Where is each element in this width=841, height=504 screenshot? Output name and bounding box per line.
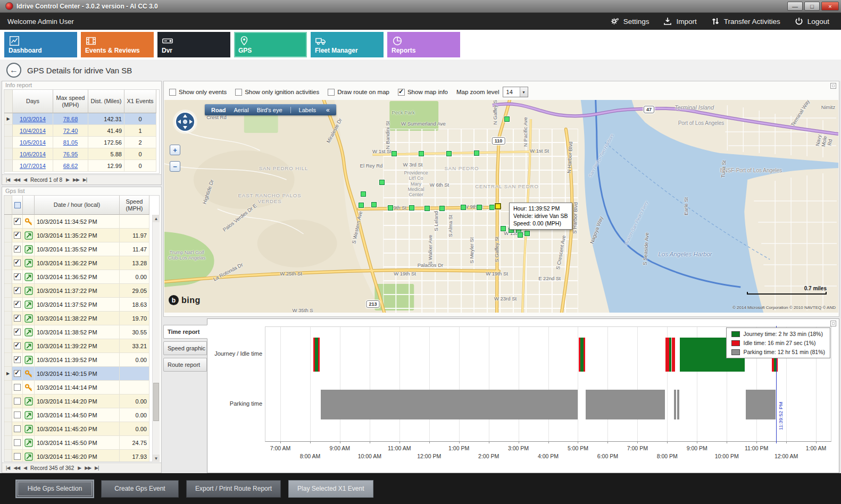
gps-marker[interactable] [504,116,510,122]
create-gps-event-button[interactable]: Create Gps Event [101,480,179,498]
export-print-route-report-button[interactable]: Export / Print Route Report [186,480,281,498]
report-tab-route-report[interactable]: Route report [163,358,207,372]
gps-date-header[interactable]: Date / hour (local) [35,196,120,215]
map-zoom-select[interactable]: 14 ▼ [503,87,528,97]
gps-row-checkbox[interactable] [12,353,23,367]
map-style-road[interactable]: Road [211,107,226,113]
scroll-down-icon[interactable]: ▼ [153,455,160,462]
gps-row-checkbox[interactable] [12,367,23,381]
checkbox-draw-route-on-map[interactable]: Draw route on map [328,89,389,96]
gps-marker[interactable] [424,206,430,211]
expand-map-panel-icon[interactable] [830,83,836,89]
gps-datetime-cell[interactable]: 10/3/2014 11:39:22 PM [35,339,120,353]
gps-marker[interactable] [446,151,452,156]
gps-row-checkbox[interactable] [12,450,23,462]
gps-datetime-cell[interactable]: 10/3/2014 11:39:52 PM [35,353,120,367]
info-column-header[interactable]: Dist. (Miles) [88,90,124,113]
info-max-speed-link[interactable]: 78.68 [53,113,88,125]
gps-marker[interactable] [419,151,424,156]
gps-row-checkbox[interactable] [12,229,23,242]
tab-dvr[interactable]: Dvr [157,32,230,57]
expand-chart-panel-icon[interactable] [830,321,836,326]
fast-next-icon[interactable]: ▶▶ [73,177,79,182]
gps-marker[interactable] [518,232,523,238]
gps-marker[interactable] [501,226,506,231]
info-column-header[interactable]: X1 Events [124,90,156,113]
fast-prev-icon[interactable]: ◀◀ [13,177,20,182]
gps-datetime-cell[interactable]: 10/3/2014 11:36:52 PM [35,270,120,284]
gps-datetime-cell[interactable]: 10/3/2014 11:44:50 PM [35,408,120,422]
map-canvas[interactable]: Crest RdPeck ParkW Summerland AveMirales… [164,100,838,313]
checkbox-show-map-info[interactable]: Show map info [398,89,448,96]
close-button[interactable]: × [821,2,839,11]
map-style-labels[interactable]: Labels [299,107,316,113]
next-page-icon[interactable]: ▶ [66,177,69,182]
map-zoom-out-button[interactable]: − [170,161,180,172]
info-column-header[interactable]: Days [13,90,53,113]
gps-datetime-cell[interactable]: 10/3/2014 11:46:20 PM [35,450,120,462]
gps-row-checkbox[interactable] [12,325,23,339]
gps-row-checkbox[interactable] [12,242,23,256]
last-page-icon[interactable]: ▶| [95,465,98,471]
gps-row-checkbox[interactable] [12,312,23,325]
fast-next-icon[interactable]: ▶▶ [85,465,91,471]
gps-speed-header[interactable]: Speed (MPH) [120,196,149,215]
gps-row-checkbox[interactable] [12,215,23,229]
gps-marker[interactable] [524,231,530,236]
info-days-link[interactable]: 10/6/2014 [13,148,53,160]
gps-marker[interactable] [477,205,482,210]
gps-marker[interactable] [489,205,495,210]
tab-events[interactable]: Events & Reviews [81,32,154,57]
gps-row-checkbox[interactable] [12,394,23,408]
info-max-speed-link[interactable]: 68.62 [53,160,88,172]
selected-gps-marker[interactable] [495,203,501,209]
gps-row-checkbox[interactable] [12,270,23,284]
gps-datetime-cell[interactable]: 10/3/2014 11:37:52 PM [35,298,120,312]
play-selected-x1-event-button[interactable]: Play Selected X1 Event [288,480,373,498]
gps-row-checkbox[interactable] [12,436,23,450]
gps-marker[interactable] [359,203,364,208]
tab-gps[interactable]: GPS [234,32,307,57]
menu-settings[interactable]: Settings [605,14,655,28]
gps-marker[interactable] [371,202,377,207]
tab-fleet[interactable]: Fleet Manager [311,32,384,57]
gps-row-checkbox[interactable] [12,339,23,353]
next-page-icon[interactable]: ▶ [78,465,81,471]
report-tab-speed-graphic[interactable]: Speed graphic [163,341,207,355]
gps-datetime-cell[interactable]: 10/3/2014 11:38:52 PM [35,325,120,339]
menu-import[interactable]: Import [657,14,702,28]
report-tab-time-report[interactable]: Time report [163,325,207,339]
prev-page-icon[interactable]: ◀ [23,465,27,471]
gps-marker[interactable] [439,206,445,211]
info-days-link[interactable]: 10/4/2014 [13,125,53,137]
prev-page-icon[interactable]: ◀ [23,177,27,182]
menu-transfer[interactable]: Transfer Activities [705,14,786,28]
info-days-link[interactable]: 10/5/2014 [13,137,53,148]
gps-row-checkbox[interactable] [12,422,23,436]
checkbox-show-only-ignition-activities[interactable]: Show only ignition activities [235,89,319,96]
map-zoom-in-button[interactable]: + [170,145,180,155]
gps-marker[interactable] [392,151,397,156]
gps-datetime-cell[interactable]: 10/3/2014 11:44:20 PM [35,394,120,408]
gps-marker[interactable] [379,180,385,185]
collapse-nav-icon[interactable]: « [326,106,330,114]
minimize-button[interactable]: — [787,2,803,11]
tab-reports[interactable]: Reports [387,32,460,57]
info-max-speed-link[interactable]: 81.05 [53,137,88,148]
gps-row-checkbox[interactable] [12,256,23,270]
scroll-up-icon[interactable]: ▲ [153,215,160,222]
info-days-link[interactable]: 10/7/2014 [13,160,53,172]
map-style-aerial[interactable]: Aerial [234,107,249,113]
hide-gps-selection-button[interactable]: Hide Gps Selection [16,480,94,498]
gps-row-checkbox[interactable] [12,298,23,312]
gps-marker[interactable] [361,191,366,197]
gps-datetime-cell[interactable]: 10/3/2014 11:36:22 PM [35,256,120,270]
gps-marker[interactable] [409,205,414,211]
fast-prev-icon[interactable]: ◀◀ [13,465,20,471]
gps-row-checkbox[interactable] [12,408,23,422]
maximize-button[interactable]: □ [804,2,820,11]
gps-marker[interactable] [388,205,393,211]
gps-datetime-cell[interactable]: 10/3/2014 11:37:22 PM [35,284,120,298]
map-compass-control[interactable] [172,108,198,135]
gps-datetime-cell[interactable]: 10/3/2014 11:34:52 PM [35,215,120,229]
